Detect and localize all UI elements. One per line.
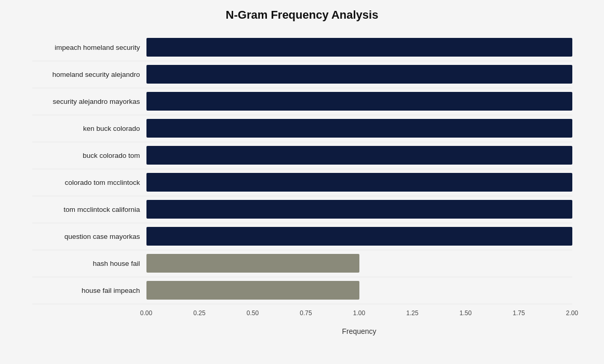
bar-row: hash house fail [32, 250, 572, 277]
x-axis-inner: 0.000.250.500.751.001.251.501.752.00 [146, 309, 572, 325]
bar-fill [146, 38, 572, 57]
bar-label: question case mayorkas [32, 233, 146, 240]
bar-row: buck colorado tom [32, 142, 572, 169]
x-tick: 0.75 [300, 309, 312, 317]
bar-fill [146, 119, 572, 138]
bar-track [146, 254, 572, 273]
x-tick: 1.75 [513, 309, 525, 317]
bar-fill [146, 200, 572, 219]
bar-track [146, 173, 572, 192]
x-axis: 0.000.250.500.751.001.251.501.752.00 [32, 309, 572, 325]
bar-fill [146, 227, 572, 246]
bar-label: colorado tom mcclintock [32, 179, 146, 186]
bar-track [146, 65, 572, 84]
bar-track [146, 227, 572, 246]
bar-label: buck colorado tom [32, 152, 146, 159]
bar-fill [146, 281, 359, 300]
bar-track [146, 281, 572, 300]
bar-row: security alejandro mayorkas [32, 88, 572, 115]
bar-label: homeland security alejandro [32, 71, 146, 78]
bar-label: house fail impeach [32, 287, 146, 294]
bar-label: ken buck colorado [32, 125, 146, 132]
bar-track [146, 119, 572, 138]
bar-label: security alejandro mayorkas [32, 98, 146, 105]
bar-fill [146, 146, 572, 165]
x-tick: 0.00 [140, 309, 152, 317]
bar-fill [146, 92, 572, 111]
bar-label: tom mcclintock california [32, 206, 146, 213]
bar-row: homeland security alejandro [32, 61, 572, 88]
bar-row: house fail impeach [32, 277, 572, 304]
x-tick: 0.50 [247, 309, 259, 317]
bar-track [146, 38, 572, 57]
bar-row: tom mcclintock california [32, 196, 572, 223]
x-tick: 2.00 [566, 309, 578, 317]
bar-fill [146, 254, 359, 273]
chart-title: N-Gram Frequency Analysis [32, 8, 572, 22]
x-tick: 1.50 [460, 309, 472, 317]
x-tick: 0.25 [193, 309, 205, 317]
chart-container: N-Gram Frequency Analysis impeach homela… [17, 0, 588, 364]
bar-row: colorado tom mcclintock [32, 169, 572, 196]
bar-track [146, 92, 572, 111]
bar-fill [146, 173, 572, 192]
x-axis-label: Frequency [32, 327, 572, 335]
bar-row: impeach homeland security [32, 34, 572, 61]
x-tick: 1.25 [406, 309, 418, 317]
bar-fill [146, 65, 572, 84]
bar-track [146, 146, 572, 165]
bar-track [146, 200, 572, 219]
chart-area: impeach homeland securityhomeland securi… [32, 34, 572, 304]
bar-label: impeach homeland security [32, 44, 146, 51]
bar-row: ken buck colorado [32, 115, 572, 142]
bar-row: question case mayorkas [32, 223, 572, 250]
x-tick: 1.00 [353, 309, 365, 317]
bar-label: hash house fail [32, 260, 146, 267]
